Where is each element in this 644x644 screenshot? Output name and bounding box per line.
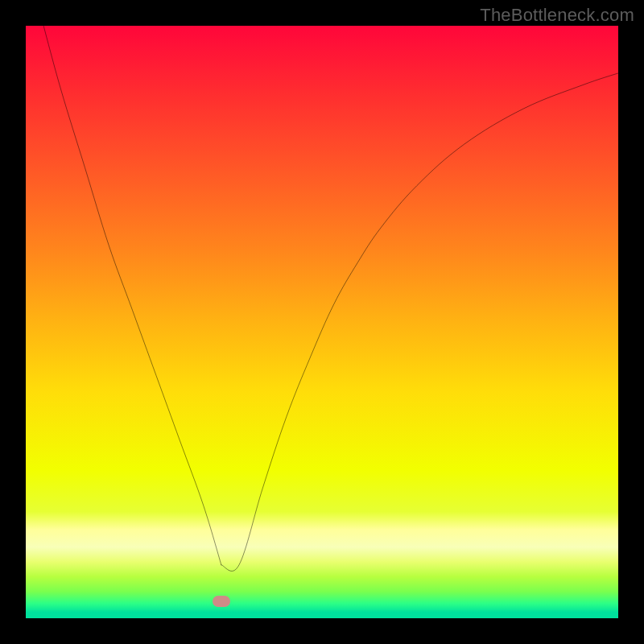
watermark-label: TheBottleneck.com [480, 5, 634, 26]
chart-stage: TheBottleneck.com [0, 0, 644, 644]
minimum-marker-icon [213, 596, 230, 607]
bottleneck-curve [26, 26, 618, 618]
plot-area [26, 26, 618, 618]
